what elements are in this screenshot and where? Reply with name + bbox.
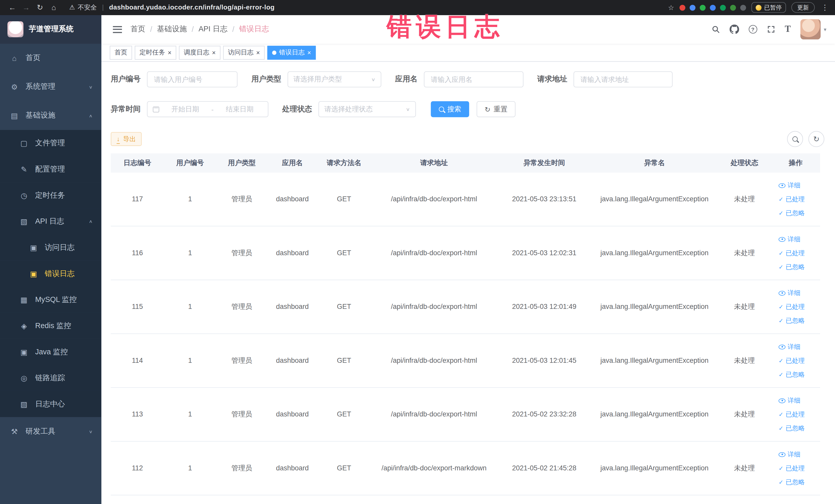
column-header-8: 处理状态 (718, 153, 771, 173)
extension-icon[interactable] (720, 5, 726, 11)
app-logo[interactable]: 芋道管理系统 (0, 15, 101, 44)
paused-extension-badge[interactable]: 已暂停 (751, 2, 786, 13)
extension-icon[interactable] (740, 5, 746, 11)
sidebar-item-9[interactable]: ▦ MySQL 监控 (0, 286, 101, 313)
refresh-table-button[interactable]: ↻ (808, 131, 824, 147)
extension-icon[interactable] (679, 5, 685, 11)
action-label: 详细 (788, 396, 800, 405)
toggle-search-button[interactable] (787, 131, 803, 147)
close-icon[interactable]: × (307, 49, 311, 56)
search-icon[interactable] (711, 25, 720, 34)
sidebar-item-4[interactable]: ✎ 配置管理 (0, 156, 101, 182)
close-icon[interactable]: × (168, 49, 172, 56)
search-button[interactable]: 搜索 (431, 101, 469, 117)
action-detail[interactable]: 详细 (778, 394, 800, 407)
action-detail[interactable]: 详细 (778, 286, 800, 300)
process-status-select[interactable]: 请选择处理状态 ∨ (319, 101, 416, 117)
sidebar-item-2[interactable]: ▤ 基础设施 ∧ (0, 101, 101, 130)
sidebar-item-7[interactable]: ▣ 访问日志 (0, 235, 101, 261)
sidebar-item-6[interactable]: ▧ API 日志 ∧ (0, 208, 101, 235)
back-icon[interactable]: ← (5, 3, 19, 12)
extension-icon[interactable] (690, 5, 696, 11)
action-processed[interactable]: ✓ 已处理 (778, 354, 805, 368)
sidebar-item-3[interactable]: ▢ 文件管理 (0, 130, 101, 156)
sidebar-item-11[interactable]: ▣ Java 监控 (0, 339, 101, 365)
sidebar-item-12[interactable]: ◎ 链路追踪 (0, 365, 101, 391)
close-icon[interactable]: × (256, 49, 260, 56)
cell-log-id: 114 (111, 334, 164, 387)
cell-process-status: 未处理 (718, 226, 771, 280)
help-icon[interactable]: ? (749, 25, 757, 34)
user-type-select[interactable]: 请选择用户类型 ∨ (287, 72, 381, 87)
action-processed[interactable]: ✓ 已处理 (778, 192, 805, 206)
cell-request-method: GET (317, 442, 370, 495)
sidebar-item-10[interactable]: ◈ Redis 监控 (0, 313, 101, 339)
paused-label: 已暂停 (764, 3, 781, 11)
action-ignored[interactable]: ✓ 已忽略 (778, 260, 805, 274)
home-icon[interactable]: ⌂ (47, 3, 61, 12)
fullscreen-icon[interactable] (767, 25, 775, 34)
close-icon[interactable]: × (212, 49, 216, 56)
site-security-chip[interactable]: ⚠ 不安全 (69, 3, 97, 12)
sidebar-item-1[interactable]: ⚙ 系统管理 ∨ (0, 73, 101, 101)
action-processed[interactable]: ✓ 已处理 (778, 246, 805, 260)
action-processed[interactable]: ✓ 已处理 (778, 300, 805, 314)
action-detail[interactable]: 详细 (778, 340, 800, 354)
user-menu[interactable]: ▾ (800, 19, 827, 40)
range-separator: - (211, 105, 213, 113)
browser-update-button[interactable]: 更新 (791, 2, 815, 13)
browser-menu-icon[interactable]: ⋮ (820, 3, 830, 12)
extension-icon[interactable] (710, 5, 716, 11)
forward-icon[interactable]: → (19, 3, 33, 12)
sidebar-item-5[interactable]: ◷ 定时任务 (0, 182, 101, 208)
exception-time-range-picker[interactable]: 开始日期 - 结束日期 (147, 101, 268, 117)
tab-0[interactable]: 首页 (109, 45, 132, 59)
hamburger-icon[interactable] (113, 26, 122, 33)
cell-exception-name: java.lang.IllegalArgumentException (591, 442, 718, 495)
breadcrumb-item-0[interactable]: 首页 (130, 24, 145, 34)
trace-icon: ◎ (18, 374, 30, 382)
reload-icon[interactable]: ↻ (33, 3, 47, 12)
action-processed[interactable]: ✓ 已处理 (778, 461, 805, 475)
extension-icon[interactable] (700, 5, 706, 11)
extension-icon[interactable] (730, 5, 736, 11)
bookmark-star-icon[interactable]: ☆ (668, 3, 674, 11)
action-label: 已处理 (786, 302, 805, 311)
tab-3[interactable]: 访问日志 × (223, 45, 265, 59)
action-detail[interactable]: 详细 (778, 178, 800, 192)
sidebar-item-8[interactable]: ▣ 错误日志 (0, 260, 101, 286)
action-processed[interactable]: ✓ 已处理 (778, 407, 805, 421)
breadcrumb-item-1[interactable]: 基础设施 (157, 24, 187, 34)
font-size-icon[interactable]: T (785, 24, 791, 35)
action-detail[interactable]: 详细 (778, 233, 800, 246)
action-ignored[interactable]: ✓ 已忽略 (778, 206, 805, 220)
sidebar-item-0[interactable]: ⌂ 首页 (0, 44, 101, 73)
sidebar: 芋道管理系统 ⌂ 首页 ⚙ 系统管理 ∨ ▤ 基础设施 ∧ ▢ 文件管理 ✎ 配… (0, 15, 101, 504)
check-icon: ✓ (778, 196, 783, 202)
end-date-placeholder: 结束日期 (217, 104, 263, 114)
action-ignored[interactable]: ✓ 已忽略 (778, 421, 805, 435)
tab-2[interactable]: 调度日志 × (179, 45, 221, 59)
action-ignored[interactable]: ✓ 已忽略 (778, 367, 805, 381)
action-ignored[interactable]: ✓ 已忽略 (778, 314, 805, 328)
action-detail[interactable]: 详细 (778, 447, 800, 461)
request-url-input[interactable] (573, 72, 673, 87)
sidebar-item-13[interactable]: ▨ 日志中心 (0, 391, 101, 417)
url-text[interactable]: dashboard.yudao.iocoder.cn/infra/log/api… (109, 4, 274, 11)
tab-1[interactable]: 定时任务 × (135, 45, 176, 59)
sidebar-item-14[interactable]: ⚒ 研发工具 ∨ (0, 417, 101, 446)
check-icon: ✓ (778, 371, 783, 378)
export-button[interactable]: ↓ 导出 (111, 132, 142, 146)
reset-button[interactable]: ↻ 重置 (477, 101, 515, 117)
action-ignored[interactable]: ✓ 已忽略 (778, 475, 805, 489)
user-id-input[interactable] (147, 72, 238, 87)
navbar-actions: ? T ▾ (711, 19, 827, 40)
filter-label-exception-time: 异常时间 (111, 104, 141, 114)
breadcrumb-item-2[interactable]: API 日志 (199, 24, 227, 34)
eye-icon (778, 183, 786, 188)
app-name-input[interactable] (424, 72, 523, 87)
tab-4[interactable]: 错误日志 × (267, 45, 316, 59)
column-header-1: 用户编号 (164, 153, 216, 173)
github-icon[interactable] (729, 24, 739, 34)
sidebar-item-label: 链路追踪 (35, 373, 65, 383)
